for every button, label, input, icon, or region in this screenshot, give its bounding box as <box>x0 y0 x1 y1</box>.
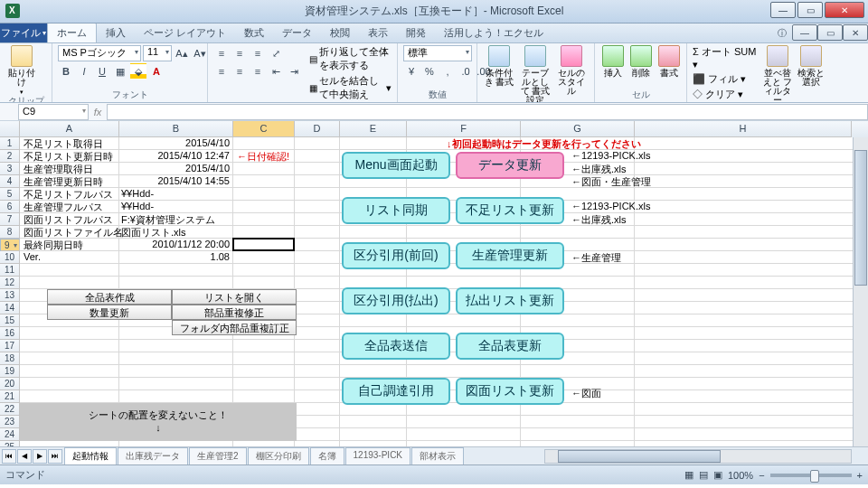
row-5[interactable]: 5 <box>0 188 20 201</box>
btn-folder-fix[interactable]: フォルダ内部品重複訂正 <box>172 320 297 335</box>
fill-color[interactable]: ⬙ <box>130 63 146 80</box>
row-12[interactable]: 12 <box>0 277 20 289</box>
close-button[interactable]: ✕ <box>825 2 864 18</box>
paste-button[interactable]: 貼り付け▾ <box>5 45 38 95</box>
worksheet-grid[interactable]: A B C D E F G H 123456789101112131415161… <box>0 121 868 446</box>
format-cells[interactable]: 書式 <box>656 45 681 78</box>
tab-formulas[interactable]: 数式 <box>235 23 273 42</box>
comma[interactable]: , <box>439 63 456 80</box>
align-left[interactable]: ≡ <box>213 63 230 80</box>
btn-prod-update[interactable]: 生産管理更新 <box>456 242 564 269</box>
col-G[interactable]: G <box>521 121 635 137</box>
row-24[interactable]: 24 <box>0 428 20 441</box>
row-7[interactable]: 7 <box>0 213 20 226</box>
sheet-nav-prev[interactable]: ◀ <box>17 449 32 464</box>
name-box[interactable]: C9 <box>18 104 89 120</box>
format-as-table[interactable]: テーブルとして 書式設定 <box>519 45 552 103</box>
find-select[interactable]: 検索と 選択 <box>797 45 826 87</box>
zoom-out[interactable]: − <box>759 470 764 481</box>
sort-filter[interactable]: 並べ替えと フィルター <box>762 45 792 103</box>
btn-menu[interactable]: Menu画面起動 <box>342 152 450 179</box>
sheet-tab-4[interactable]: 名簿 <box>310 447 344 465</box>
col-H[interactable]: H <box>635 121 852 137</box>
btn-all-send[interactable]: 全品表送信 <box>342 333 450 360</box>
align-top[interactable]: ≡ <box>213 45 230 61</box>
row-8[interactable]: 8 <box>0 226 20 239</box>
indent-dec[interactable]: ⇤ <box>268 63 284 80</box>
col-F[interactable]: F <box>407 121 521 137</box>
autosum[interactable]: Σ オート SUM ▾ <box>693 45 759 70</box>
percent[interactable]: % <box>421 63 438 80</box>
zoom-level[interactable]: 100% <box>728 470 753 481</box>
tab-addin[interactable]: 活用しよう！エクセル <box>435 23 552 42</box>
tab-review[interactable]: 校閲 <box>321 23 359 42</box>
btn-data-update[interactable]: データ更新 <box>456 152 564 179</box>
fx-icon[interactable]: fx <box>89 107 107 117</box>
btn-self[interactable]: 自己調達引用 <box>342 378 450 405</box>
sheet-nav-last[interactable]: ⏭ <box>48 449 62 464</box>
btn-short-update[interactable]: 不足リスト更新 <box>456 197 564 224</box>
row-4[interactable]: 4 <box>0 175 20 188</box>
tab-view[interactable]: 表示 <box>359 23 397 42</box>
row-1[interactable]: 1 <box>0 137 20 150</box>
col-E[interactable]: E <box>340 121 407 137</box>
col-A[interactable]: A <box>20 121 119 137</box>
sheet-tab-2[interactable]: 生産管理2 <box>189 447 247 465</box>
clear[interactable]: ◇ クリア ▾ <box>693 88 759 101</box>
row-18[interactable]: 18 <box>0 352 20 365</box>
row-16[interactable]: 16 <box>0 327 20 340</box>
row-20[interactable]: 20 <box>0 378 20 390</box>
row-2[interactable]: 2 <box>0 150 20 163</box>
sheet-tab-6[interactable]: 部材表示 <box>411 447 464 465</box>
row-23[interactable]: 23 <box>0 416 20 428</box>
sheet-tab-0[interactable]: 起動情報 <box>64 447 117 465</box>
view-break-icon[interactable]: ▣ <box>713 469 722 481</box>
bold-button[interactable]: B <box>58 63 74 80</box>
btn-kubun-out[interactable]: 区分引用(払出) <box>342 287 450 314</box>
row-21[interactable]: 21 <box>0 390 20 403</box>
conditional-format[interactable]: 条件付き 書式 <box>483 45 515 87</box>
zoom-in[interactable]: + <box>857 470 863 481</box>
italic-button[interactable]: I <box>76 63 92 80</box>
border-button[interactable]: ▦ <box>112 63 128 80</box>
align-bot[interactable]: ≡ <box>250 45 266 61</box>
row-11[interactable]: 11 <box>0 264 20 277</box>
doc-minimize[interactable]: — <box>792 24 817 41</box>
indent-inc[interactable]: ⇥ <box>286 63 302 80</box>
row-10[interactable]: 10 <box>0 251 20 264</box>
currency[interactable]: ¥ <box>403 63 420 80</box>
merge-center[interactable]: ▦ セルを結合して中央揃え ▾ <box>309 74 392 101</box>
btn-kubun-prev[interactable]: 区分引用(前回) <box>342 242 450 269</box>
row-19[interactable]: 19 <box>0 365 20 378</box>
doc-restore[interactable]: ▭ <box>817 24 843 41</box>
font-name[interactable]: MS Pゴシック <box>58 45 141 61</box>
maximize-button[interactable]: ▭ <box>797 2 823 18</box>
tab-pagelayout[interactable]: ページ レイアウト <box>135 23 235 42</box>
shrink-font[interactable]: A▾ <box>192 45 208 61</box>
row-14[interactable]: 14 <box>0 302 20 314</box>
btn-make-all[interactable]: 全品表作成 <box>47 289 172 305</box>
underline-button[interactable]: U <box>94 63 110 80</box>
btn-all-update[interactable]: 全品表更新 <box>456 333 564 360</box>
font-size[interactable]: 11 <box>143 45 172 61</box>
font-color[interactable]: A <box>148 63 165 80</box>
select-all[interactable] <box>0 121 20 137</box>
fill[interactable]: ⬛ フィル ▾ <box>693 72 759 86</box>
col-D[interactable]: D <box>295 121 340 137</box>
align-right[interactable]: ≡ <box>250 63 266 80</box>
orientation[interactable]: ⤢ <box>268 45 284 61</box>
row-15[interactable]: 15 <box>0 314 20 327</box>
sheet-tab-5[interactable]: 12193-PICK <box>345 447 410 465</box>
btn-draw-update[interactable]: 図面リスト更新 <box>456 378 564 405</box>
sheet-tab-3[interactable]: 棚区分印刷 <box>248 447 309 465</box>
formula-input[interactable] <box>107 104 868 120</box>
delete-cells[interactable]: 削除 <box>628 45 653 78</box>
btn-qty-update[interactable]: 数量更新 <box>47 305 172 320</box>
tab-home[interactable]: ホーム <box>47 23 97 42</box>
horizontal-scrollbar[interactable] <box>544 449 852 464</box>
tab-insert[interactable]: 挿入 <box>97 23 135 42</box>
insert-cells[interactable]: 挿入 <box>600 45 625 78</box>
btn-part-fix[interactable]: 部品重複修正 <box>172 305 297 320</box>
sheet-nav-next[interactable]: ▶ <box>33 449 47 464</box>
row-17[interactable]: 17 <box>0 340 20 352</box>
